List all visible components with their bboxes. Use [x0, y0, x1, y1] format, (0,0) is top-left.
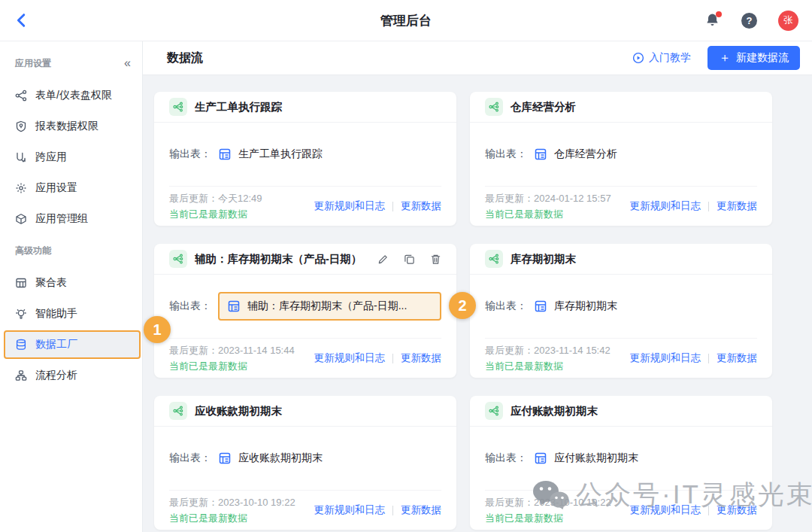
output-table-label: 输出表： — [485, 147, 527, 161]
update-rules-log-link[interactable]: 更新规则和日志 — [630, 199, 701, 213]
update-data-link[interactable]: 更新数据 — [717, 199, 757, 213]
aggregate-table-icon — [15, 277, 27, 289]
plus-icon: ＋ — [719, 52, 731, 64]
sidebar-item-label: 跨应用 — [35, 150, 67, 164]
output-table-icon — [218, 147, 232, 161]
dataflow-list: 生产工单执行跟踪 输出表： 生产工单执行跟踪 最后更新：今天12:49 当前已是… — [143, 75, 812, 532]
output-table-name: 库存期初期末 — [554, 299, 617, 313]
updated-time: 2024-01-12 15:57 — [534, 193, 611, 204]
sidebar-item-smart-assistant[interactable]: 智能助手 — [0, 298, 142, 329]
dataflow-card-payables: 应付账款期初期末 输出表： 应付账款期初期末 最后更新：2023-10-10 1… — [470, 396, 772, 530]
update-rules-log-link[interactable]: 更新规则和日志 — [314, 351, 386, 365]
divider — [708, 354, 709, 363]
updated-label: 最后更新： — [485, 345, 534, 356]
edit-icon[interactable] — [377, 254, 389, 265]
sidebar-item-aggregate-table[interactable]: 聚合表 — [0, 267, 142, 298]
sidebar-item-process-analysis[interactable]: 流程分析 — [0, 360, 142, 391]
sidebar-section-app-settings: 应用设置 — [15, 57, 51, 70]
update-rules-log-link[interactable]: 更新规则和日志 — [314, 199, 386, 213]
collapse-sidebar-icon[interactable]: « — [124, 56, 130, 70]
back-icon[interactable] — [14, 11, 33, 30]
update-rules-log-link[interactable]: 更新规则和日志 — [630, 351, 701, 365]
output-table-name: 辅助：库存期初期末（产品-日期... — [247, 299, 407, 313]
update-data-link[interactable]: 更新数据 — [401, 503, 441, 517]
divider — [392, 202, 393, 211]
delete-icon[interactable] — [430, 254, 441, 265]
output-table-name: 应收账款期初期末 — [238, 451, 323, 465]
shield-icon — [15, 120, 27, 132]
output-table-label: 输出表： — [485, 299, 527, 313]
dataflow-card-warehouse-analysis: 仓库经营分析 输出表： 仓库经营分析 最后更新：2024-01-12 15:57… — [470, 92, 772, 226]
sidebar-item-app-management-group[interactable]: 应用管理组 — [0, 203, 142, 234]
output-table-label: 输出表： — [169, 147, 211, 161]
update-data-link[interactable]: 更新数据 — [401, 351, 441, 365]
tutorial-link[interactable]: 入门教学 — [632, 51, 691, 65]
card-title: 生产工单执行跟踪 — [195, 100, 282, 114]
updated-time: 2023-10-10 19:22 — [218, 497, 295, 508]
sidebar-item-label: 表单/仪表盘权限 — [35, 89, 112, 102]
sidebar-item-label: 应用管理组 — [35, 212, 88, 226]
update-data-link[interactable]: 更新数据 — [401, 199, 441, 213]
section-title: 数据流 — [167, 50, 203, 66]
sidebar-item-label: 流程分析 — [35, 369, 77, 382]
sidebar-item-label: 聚合表 — [35, 276, 67, 290]
updated-time: 今天12:49 — [218, 193, 262, 204]
output-table-icon — [227, 299, 241, 313]
status-latest: 当前已是最新数据 — [485, 358, 611, 374]
copy-icon[interactable] — [404, 254, 415, 265]
status-latest: 当前已是最新数据 — [169, 358, 295, 374]
sidebar-item-app-settings[interactable]: 应用设置 — [0, 172, 142, 203]
card-title: 应付账款期初期末 — [511, 404, 598, 418]
database-icon — [15, 339, 27, 351]
avatar[interactable]: 张 — [778, 11, 798, 31]
dataflow-icon — [169, 250, 187, 268]
sidebar-item-form-dashboard-permissions[interactable]: 表单/仪表盘权限 — [0, 80, 142, 111]
updated-label: 最后更新： — [169, 345, 218, 356]
output-table-name: 仓库经营分析 — [554, 147, 617, 161]
output-table-icon — [534, 451, 547, 465]
notification-bell-icon[interactable] — [705, 12, 720, 29]
output-table-icon — [534, 147, 547, 161]
play-circle-icon — [632, 52, 644, 64]
divider — [708, 202, 709, 211]
notification-dot — [716, 11, 722, 17]
divider — [708, 506, 709, 515]
updated-time: 2023-11-14 15:44 — [218, 345, 295, 356]
dataflow-card-production-tracking: 生产工单执行跟踪 输出表： 生产工单执行跟踪 最后更新：今天12:49 当前已是… — [154, 92, 456, 226]
updated-label: 最后更新： — [485, 497, 534, 508]
lightbulb-icon — [15, 308, 27, 320]
dataflow-icon — [485, 98, 503, 116]
sidebar-item-data-factory[interactable]: 数据工厂 — [4, 330, 141, 359]
updated-label: 最后更新： — [169, 193, 218, 204]
updated-label: 最后更新： — [485, 193, 534, 204]
topbar-actions: ? 张 — [705, 11, 798, 31]
main-header: 数据流 入门教学 ＋ 新建数据流 — [143, 41, 812, 75]
help-icon[interactable]: ? — [741, 13, 757, 29]
update-data-link[interactable]: 更新数据 — [717, 351, 757, 365]
dataflow-icon — [169, 98, 187, 116]
share-nodes-icon — [15, 90, 27, 102]
card-title: 应收账款期初期末 — [195, 404, 282, 418]
page-title: 管理后台 — [380, 12, 432, 29]
updated-label: 最后更新： — [169, 497, 218, 508]
output-table-label: 输出表： — [485, 451, 527, 465]
dataflow-card-aux-inventory: 辅助：库存期初期末（产品-日期） 输出表： 辅助：库存期初期末（产品-日期... — [154, 244, 456, 378]
status-latest: 当前已是最新数据 — [169, 510, 295, 526]
sidebar-item-cross-app[interactable]: 跨应用 — [0, 141, 142, 172]
output-table-label: 输出表： — [169, 299, 211, 313]
output-table-icon — [218, 451, 232, 465]
update-rules-log-link[interactable]: 更新规则和日志 — [314, 503, 386, 517]
dataflow-icon — [485, 402, 503, 420]
update-data-link[interactable]: 更新数据 — [717, 503, 757, 517]
sidebar-item-label: 智能助手 — [35, 307, 77, 321]
new-dataflow-button[interactable]: ＋ 新建数据流 — [707, 46, 800, 70]
annotation-badge-2: 2 — [449, 292, 476, 319]
divider — [392, 506, 393, 515]
flow-analysis-icon — [15, 369, 27, 382]
highlighted-output-table[interactable]: 辅助：库存期初期末（产品-日期... — [218, 292, 441, 321]
dataflow-card-inventory: 库存期初期末 输出表： 库存期初期末 最后更新：2023-11-14 15:42… — [470, 244, 772, 378]
status-latest: 当前已是最新数据 — [485, 206, 611, 222]
annotation-badge-1: 1 — [144, 316, 171, 343]
update-rules-log-link[interactable]: 更新规则和日志 — [630, 503, 701, 517]
sidebar-item-report-data-permissions[interactable]: 报表数据权限 — [0, 111, 142, 141]
